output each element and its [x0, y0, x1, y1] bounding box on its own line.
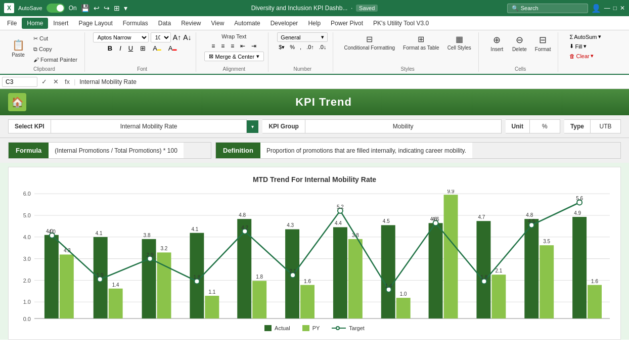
bar-py-dec — [588, 285, 602, 318]
increase-font-icon[interactable]: A↑ — [173, 33, 181, 41]
size-selector[interactable]: 10 — [151, 32, 171, 42]
legend-actual-label: Actual — [275, 325, 290, 331]
close-icon[interactable]: ✕ — [620, 5, 625, 12]
menu-power-pivot[interactable]: Power Pivot — [326, 18, 368, 29]
autosave-toggle[interactable] — [47, 4, 65, 13]
cut-button[interactable]: ✂ Cut — [30, 34, 80, 43]
bar-py-mar — [157, 252, 171, 318]
maximize-icon[interactable]: □ — [613, 5, 617, 12]
font-color-button[interactable]: A▬ — [166, 43, 179, 53]
target-label-mar: 2.9 — [147, 252, 154, 257]
clear-button[interactable]: 🗑 Clear ▾ — [566, 52, 604, 60]
styles-label: Styles — [401, 66, 415, 72]
align-left-icon[interactable]: ≡ — [209, 41, 217, 51]
autosave-knob — [57, 5, 64, 12]
redo-icon[interactable]: ↪ — [104, 4, 110, 12]
merge-icon: ⊠ — [209, 53, 213, 60]
currency-button[interactable]: $▾ — [277, 43, 287, 52]
bar-py-apr — [205, 296, 219, 318]
bar-actual-nov — [524, 219, 538, 318]
menu-file[interactable]: File — [2, 18, 22, 29]
decimal-increase-button[interactable]: .0↑ — [304, 43, 316, 52]
fill-color-button[interactable]: A▬ — [150, 43, 164, 53]
menu-page-layout[interactable]: Page Layout — [73, 18, 117, 29]
underline-button[interactable]: U — [126, 43, 136, 53]
kpi-dropdown-arrow[interactable]: ▾ — [247, 120, 258, 133]
menu-pk-utility[interactable]: PK's Utility Tool V3.0 — [368, 18, 434, 29]
y-label-2: 2.0 — [23, 277, 31, 283]
kpi-header: 🏠 KPI Trend — [0, 89, 629, 115]
kpi-group-label: KPI Group — [262, 119, 305, 133]
kpi-value[interactable]: Internal Mobility Rate — [51, 119, 247, 133]
percent-button[interactable]: % — [288, 43, 297, 52]
label-actual-nov: 4.8 — [526, 212, 533, 218]
fill-button[interactable]: ⬇ Fill ▾ — [566, 42, 604, 51]
delete-icon: ⊖ — [516, 34, 523, 46]
fill-arrow: ▾ — [583, 43, 587, 50]
italic-button[interactable]: I — [117, 43, 124, 53]
undo-icon[interactable]: ↩ — [94, 4, 100, 12]
number-format-arrow: ▾ — [321, 34, 324, 40]
bold-button[interactable]: B — [105, 43, 115, 53]
copy-button[interactable]: ⧉ Copy — [30, 45, 80, 54]
menu-home[interactable]: Home — [22, 18, 48, 29]
indent-increase-icon[interactable]: ⇥ — [249, 41, 258, 51]
user-icon[interactable]: 👤 — [591, 4, 601, 13]
insert-function-icon[interactable]: fx — [63, 77, 72, 86]
menu-developer[interactable]: Developer — [265, 18, 303, 29]
insert-button[interactable]: ⊕ Insert — [487, 32, 507, 54]
cell-reference[interactable] — [2, 77, 37, 87]
label-actual-jun: 4.3 — [287, 222, 294, 228]
cell-styles-button[interactable]: ▦ Cell Styles — [444, 32, 474, 53]
paste-label: Paste — [12, 52, 25, 58]
bar-actual-jul — [333, 227, 347, 318]
legend-py-color — [302, 325, 309, 331]
home-button[interactable]: 🏠 — [8, 93, 26, 111]
number-format-box[interactable]: General ▾ — [277, 32, 328, 42]
alignment-row2: ≡ ≡ ≡ ⇤ ⇥ — [209, 41, 258, 51]
format-as-table-button[interactable]: ⊞ Format as Table — [400, 32, 442, 53]
title-bar-left: X AutoSave On 💾 ↩ ↪ ⊞ ▾ — [4, 3, 159, 13]
cancel-formula-icon[interactable]: ✕ — [51, 77, 61, 86]
ribbon: 📋 Paste ✂ Cut ⧉ Copy 🖌 Format Painter Cl… — [0, 30, 629, 75]
comma-button[interactable]: , — [298, 43, 303, 52]
label-py-jun: 1.6 — [304, 278, 311, 284]
checkmark-icon[interactable]: ✓ — [39, 77, 49, 86]
menu-view[interactable]: View — [206, 18, 230, 29]
menu-insert[interactable]: Insert — [48, 18, 73, 29]
clear-arrow: ▾ — [591, 53, 594, 59]
menu-review[interactable]: Review — [176, 18, 206, 29]
minimize-icon[interactable]: — — [604, 5, 610, 12]
merge-center-button[interactable]: ⊠ Merge & Center ▾ — [204, 52, 264, 61]
save-icon[interactable]: 💾 — [81, 4, 89, 12]
label-py-aug: 1.0 — [400, 291, 407, 297]
delete-button[interactable]: ⊖ Delete — [509, 32, 530, 54]
grid-icon[interactable]: ⊞ — [114, 4, 120, 12]
border-button[interactable]: ⊞ — [138, 43, 148, 53]
menu-formulas[interactable]: Formulas — [118, 18, 153, 29]
align-right-icon[interactable]: ≡ — [229, 41, 236, 51]
unit-value: % — [530, 119, 560, 133]
menu-automate[interactable]: Automate — [229, 18, 265, 29]
format-button[interactable]: ⊟ Format — [532, 32, 554, 54]
indent-decrease-icon[interactable]: ⇤ — [238, 41, 247, 51]
menu-data[interactable]: Data — [153, 18, 176, 29]
conditional-formatting-button[interactable]: ⊟ Conditional Formatting — [341, 32, 398, 53]
select-kpi-label: Select KPI — [8, 119, 51, 133]
ribbon-editing-group: Σ AutoSum ▾ ⬇ Fill ▾ 🗑 Clear ▾ — [562, 32, 608, 72]
paste-button[interactable]: 📋 Paste — [8, 37, 28, 60]
autosum-button[interactable]: Σ AutoSum ▾ — [566, 32, 604, 41]
decrease-font-icon[interactable]: A↓ — [183, 33, 191, 41]
wrap-text-button[interactable]: Wrap Text — [218, 32, 249, 40]
definition-box: Definition Proportion of promotions that… — [215, 142, 621, 159]
font-selector[interactable]: Aptos Narrow — [93, 32, 149, 42]
more-icon[interactable]: ▾ — [124, 4, 127, 12]
search-box[interactable]: 🔍 Search — [507, 4, 588, 13]
y-label-5: 5.0 — [23, 212, 31, 218]
menu-help[interactable]: Help — [303, 18, 326, 29]
decimal-decrease-button[interactable]: .0↓ — [317, 43, 329, 52]
formula-input[interactable] — [77, 77, 627, 86]
align-center-icon[interactable]: ≡ — [219, 41, 227, 51]
cell-styles-label: Cell Styles — [447, 45, 471, 51]
format-painter-button[interactable]: 🖌 Format Painter — [30, 56, 80, 64]
